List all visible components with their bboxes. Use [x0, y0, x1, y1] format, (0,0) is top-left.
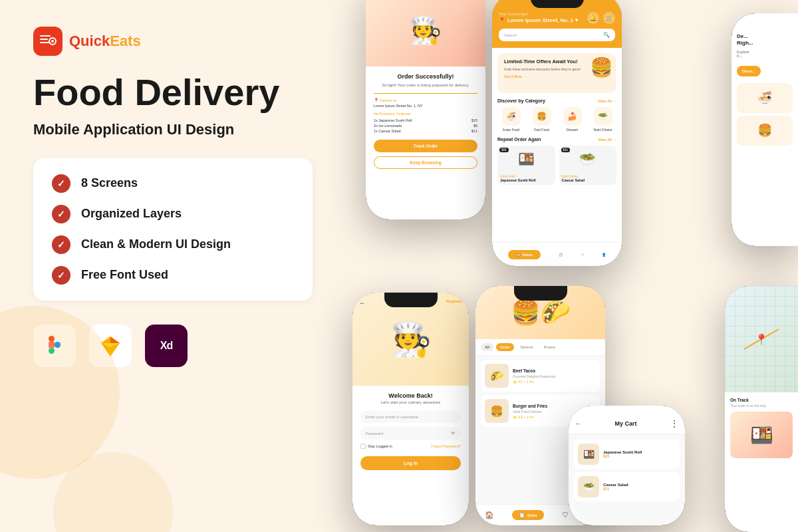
partial-food-card-2: 🍔	[737, 116, 793, 146]
fn-home-icon[interactable]: 🏠	[485, 511, 494, 519]
cart-sushi-price: $15	[603, 454, 676, 458]
cart-sushi-image: 🍱	[578, 444, 599, 465]
cart-item-sushi[interactable]: 🍱 Japanese Sushi Roll $15	[574, 440, 680, 469]
categories-view-all[interactable]: View All →	[598, 99, 616, 103]
partial-discover-btn[interactable]: Disco...	[737, 66, 761, 76]
login-hero-emoji: 🧑‍🍳	[390, 320, 432, 358]
foodlist-nav-order[interactable]: Order	[496, 343, 514, 351]
login-options-row: Stay Logged in Forgot Password?	[360, 444, 461, 449]
stay-checkbox[interactable]	[360, 444, 366, 449]
categories-section-header: Discover by Category View All →	[497, 98, 616, 103]
home-nav-favorites[interactable]: ♡	[581, 253, 584, 257]
order-deliver-addr: Lorem Ipsum Street No. 1, NY	[374, 104, 477, 108]
cart-item-salad[interactable]: 🥗 Caesar Salad $11	[574, 472, 680, 501]
foodlist-nav-dinein[interactable]: Dine-in	[517, 343, 537, 351]
repeat-order-row: 🍱 $15 Asian Food Japanese Sushi Roll 🥗 $…	[497, 146, 616, 185]
login-content: Welcome Back! Let's start your culinary …	[352, 386, 469, 477]
partial-right-screen: De...Righ... ExploreD... Disco... 🍜 🍔	[732, 13, 798, 246]
category-dessert[interactable]: 🍰 Dessert	[559, 107, 586, 132]
cart-icon[interactable]: 🛒	[603, 12, 615, 24]
partial-food-cards: 🍜 🍔	[737, 83, 793, 146]
logo-quick: Quick	[69, 33, 110, 49]
categories-title: Discover by Category	[497, 98, 545, 103]
repeat-salad-img: 🥗 $11	[559, 146, 617, 172]
order-content: Order Successfully! Sit tight! Your orde…	[366, 66, 485, 176]
repeat-salad-info: Nutri-Choice Caesar Salad	[559, 172, 617, 185]
beef-tacos-name: Beef Tacos	[513, 368, 596, 373]
login-screen: ← Register 🧑‍🍳 Welcome Back! Let's start…	[352, 293, 469, 525]
fn-order-icon: 📋	[519, 512, 525, 518]
fast-food-label: Fast Food	[528, 128, 555, 132]
feature-label-2: Organized Layers	[81, 207, 182, 221]
phone-cart: ← My Cart ⋮ 🍱 Japanese Sushi Roll $15 🥗 …	[569, 406, 685, 525]
foodlist-nav-promo[interactable]: Promo	[540, 343, 559, 351]
promo-card[interactable]: Limited-Time Offers Await You! Grab thes…	[497, 53, 616, 93]
fn-favorites-icon[interactable]: ♡	[562, 511, 569, 519]
stay-logged-label[interactable]: Stay Logged in	[360, 444, 392, 449]
fn-order-button[interactable]: 📋 Order	[512, 510, 544, 520]
feature-item: Free Font Used	[52, 266, 294, 285]
repeat-view-all[interactable]: View All →	[598, 138, 616, 142]
cart-salad-info: Caesar Salad $11	[603, 483, 676, 491]
login-register-link[interactable]: Register	[446, 299, 462, 303]
home-icons-right: 🔔 🛒	[587, 12, 615, 24]
dessert-label: Dessert	[559, 128, 586, 132]
foodlist-nav-all[interactable]: All	[481, 343, 493, 351]
order-hero-image: 🧑‍🍳	[366, 0, 485, 66]
beef-tacos-image: 🌮	[485, 364, 509, 388]
feature-item: Organized Layers	[52, 205, 294, 223]
category-fastfood[interactable]: 🍔 Fast Food	[528, 107, 555, 132]
svg-rect-1	[40, 39, 48, 40]
nutri-icon: 🥗	[594, 107, 612, 126]
repeat-sushi-img: 🍱 $15	[497, 146, 555, 172]
sushi-name: Japanese Sushi Roll	[500, 178, 553, 182]
repeat-card-sushi[interactable]: 🍱 $15 Asian Food Japanese Sushi Roll	[497, 146, 555, 185]
category-asian[interactable]: 🍜 Asian Food	[497, 107, 525, 132]
track-order-button[interactable]: Track Order	[374, 140, 477, 152]
salad-price-badge: $11	[561, 148, 571, 152]
phone-login: ← Register 🧑‍🍳 Welcome Back! Let's start…	[352, 293, 469, 525]
search-icon: 🔍	[603, 32, 610, 38]
notch-login	[384, 293, 438, 307]
forgot-password-link[interactable]: Forgot Password?	[431, 444, 461, 448]
repeat-sushi-info: Asian Food Japanese Sushi Roll	[497, 172, 555, 185]
home-nav-home[interactable]: 🏠 Home	[508, 250, 541, 259]
partial-title: De...Righ...	[737, 33, 793, 47]
home-search-bar[interactable]: Search 🔍	[499, 29, 615, 41]
burger-fries-image: 🍔	[485, 399, 509, 423]
food-item-beef-tacos[interactable]: 🌮 Beef Tacos Gourmet Delights Restaurant…	[481, 360, 600, 392]
notch-foodlist	[514, 286, 567, 301]
partial-sub: ExploreD...	[737, 50, 793, 58]
login-password-row[interactable]: Password 👁	[360, 427, 461, 440]
cart-more-icon[interactable]: ⋮	[670, 419, 678, 428]
notification-icon[interactable]: 🔔	[587, 12, 599, 24]
cart-back-icon[interactable]: ←	[575, 420, 581, 427]
phone-partial-right: De...Righ... ExploreD... Disco... 🍜 🍔	[732, 13, 798, 246]
home-nav-icon: 🏠	[516, 253, 521, 257]
left-panel: QuickEats Food Delivery Mobile Applicati…	[0, 0, 346, 532]
features-box: 8 Screens Organized Layers Clean & Moder…	[33, 158, 313, 301]
cart-content: 🍱 Japanese Sushi Roll $15 🥗 Caesar Salad…	[569, 434, 685, 510]
home-nav-orders[interactable]: 📋	[559, 253, 563, 257]
login-button[interactable]: Log In	[360, 456, 461, 470]
feature-check-3	[52, 235, 70, 254]
asian-food-icon: 🍜	[502, 107, 521, 126]
phone-tracking: 📍 On Track Your order is on the way 🍱	[725, 286, 798, 532]
home-nav-profile[interactable]: 👤	[602, 253, 606, 257]
feature-check-2	[52, 205, 70, 223]
cart-salad-image: 🥗	[578, 476, 599, 497]
partial-right-content: De...Righ... ExploreD... Disco... 🍜 🍔	[732, 13, 798, 154]
login-back-icon[interactable]: ←	[359, 299, 366, 307]
keep-browsing-button[interactable]: Keep Browsing	[374, 156, 477, 169]
order-product-row-1: 1x Japanese Sushi Roll$15	[374, 118, 477, 122]
repeat-section-header: Repeat Order Again View All →	[497, 137, 616, 142]
category-nutri[interactable]: 🥗 Nutri-Choice	[589, 107, 616, 132]
home-bottom-nav: 🏠 Home 📋 ♡ 👤	[492, 242, 622, 266]
password-eye-icon[interactable]: 👁	[451, 431, 456, 436]
foodlist-nav-bar: All Order Dine-in Promo	[475, 339, 605, 356]
nutri-label: Nutri-Choice	[589, 128, 616, 132]
login-email-input[interactable]: Enter your email or username	[360, 411, 461, 423]
dessert-icon: 🍰	[563, 107, 582, 126]
feature-label-1: 8 Screens	[81, 176, 138, 190]
repeat-card-salad[interactable]: 🥗 $11 Nutri-Choice Caesar Salad	[559, 146, 617, 185]
